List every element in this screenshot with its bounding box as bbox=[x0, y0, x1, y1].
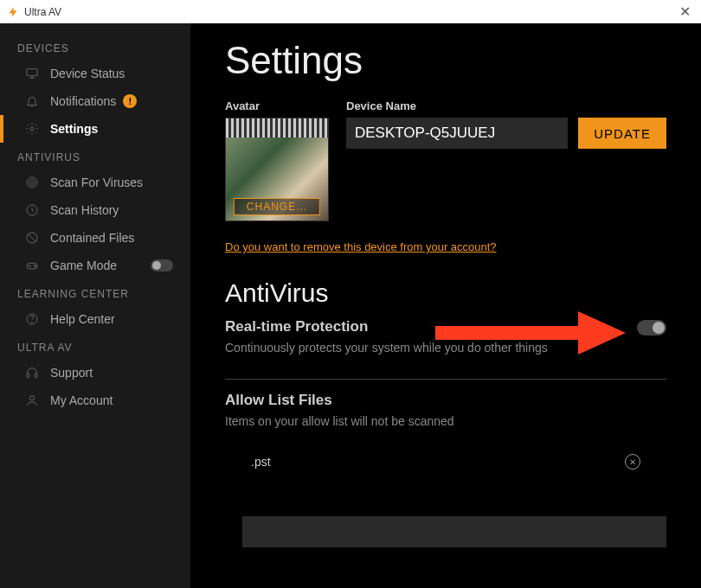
user-icon bbox=[24, 393, 40, 408]
allowlist-block: Allow List Files Items on your allow lis… bbox=[225, 392, 666, 547]
sidebar-item-label: Notifications bbox=[50, 94, 116, 108]
sidebar-item-label: Scan For Viruses bbox=[50, 176, 143, 189]
window-title: Ultra AV bbox=[24, 6, 676, 18]
allowlist-desc: Items on your allow list will not be sca… bbox=[225, 414, 666, 428]
sidebar-item-label: My Account bbox=[50, 393, 113, 407]
device-name-input[interactable] bbox=[346, 118, 568, 149]
sidebar-item-label: Settings bbox=[50, 122, 98, 136]
block-icon bbox=[24, 230, 40, 246]
sidebar-section-label: LEARNING CENTER bbox=[0, 279, 190, 305]
allowlist-add-input[interactable] bbox=[242, 516, 666, 547]
realtime-toggle[interactable] bbox=[637, 320, 666, 336]
sidebar-item-label: Help Center bbox=[50, 312, 115, 326]
history-icon bbox=[24, 202, 40, 218]
sidebar-item-game-mode[interactable]: Game Mode bbox=[0, 252, 190, 279]
sidebar-section-label: ULTRA AV bbox=[0, 333, 190, 359]
device-name-column: Device Name UPDATE bbox=[346, 99, 666, 221]
game-mode-toggle[interactable] bbox=[151, 259, 173, 272]
sidebar-item-help-center[interactable]: Help Center bbox=[0, 305, 190, 333]
allowlist-item-text: .pst bbox=[251, 455, 271, 469]
monitor-icon bbox=[24, 66, 40, 81]
svg-point-7 bbox=[34, 265, 35, 265]
svg-point-3 bbox=[29, 180, 35, 186]
avatar-column: Avatar CHANGE... bbox=[225, 99, 329, 221]
svg-point-4 bbox=[31, 182, 32, 182]
svg-point-2 bbox=[27, 177, 37, 188]
sidebar-item-device-status[interactable]: Device Status bbox=[0, 60, 190, 87]
svg-point-1 bbox=[30, 127, 34, 131]
alert-badge-icon: ! bbox=[123, 94, 137, 108]
sidebar-item-scan-for-viruses[interactable]: Scan For Viruses bbox=[0, 169, 190, 196]
avatar-label: Avatar bbox=[225, 99, 329, 112]
avatar-image: CHANGE... bbox=[225, 118, 329, 221]
svg-rect-11 bbox=[27, 374, 29, 377]
gamepad-icon bbox=[24, 258, 40, 273]
update-button[interactable]: UPDATE bbox=[578, 118, 666, 149]
svg-point-13 bbox=[29, 396, 34, 400]
sidebar-item-notifications[interactable]: Notifications! bbox=[0, 87, 190, 115]
help-icon bbox=[24, 311, 40, 327]
main-content: Settings Avatar CHANGE... Device Name UP… bbox=[190, 23, 701, 588]
gear-icon bbox=[24, 121, 40, 137]
sidebar-item-label: Scan History bbox=[50, 203, 119, 217]
svg-point-8 bbox=[35, 266, 35, 267]
remove-allowlist-item-button[interactable]: ✕ bbox=[625, 454, 640, 470]
bell-icon bbox=[24, 93, 40, 109]
realtime-desc: Continuously protects your system while … bbox=[225, 341, 666, 355]
remove-device-link[interactable]: Do you want to remove this device from y… bbox=[225, 240, 497, 253]
sidebar-item-label: Game Mode bbox=[50, 259, 117, 272]
svg-rect-12 bbox=[35, 374, 37, 377]
close-button[interactable]: ✕ bbox=[676, 3, 694, 20]
sidebar-item-support[interactable]: Support bbox=[0, 359, 190, 387]
sidebar-item-label: Device Status bbox=[50, 67, 125, 80]
page-title: Settings bbox=[225, 39, 666, 82]
sidebar-item-my-account[interactable]: My Account bbox=[0, 387, 190, 414]
realtime-title: Real-time Protection bbox=[225, 318, 666, 336]
app-logo-icon bbox=[7, 6, 19, 18]
allowlist-item: .pst✕ bbox=[225, 442, 666, 482]
antivirus-heading: AntiVirus bbox=[225, 278, 666, 308]
change-avatar-button[interactable]: CHANGE... bbox=[234, 198, 320, 215]
svg-rect-0 bbox=[27, 69, 37, 76]
titlebar: Ultra AV ✕ bbox=[0, 0, 701, 23]
device-name-label: Device Name bbox=[346, 99, 666, 112]
sidebar-item-label: Contained Files bbox=[50, 231, 134, 245]
headset-icon bbox=[24, 365, 40, 380]
sidebar-section-label: ANTIVIRUS bbox=[0, 143, 190, 169]
sidebar-item-scan-history[interactable]: Scan History bbox=[0, 196, 190, 224]
sidebar-item-label: Support bbox=[50, 366, 93, 380]
sidebar: DEVICESDevice StatusNotifications!Settin… bbox=[0, 23, 190, 588]
svg-point-10 bbox=[32, 322, 33, 323]
realtime-protection-block: Real-time Protection Continuously protec… bbox=[225, 318, 666, 380]
target-icon bbox=[24, 175, 40, 190]
sidebar-item-contained-files[interactable]: Contained Files bbox=[0, 224, 190, 252]
sidebar-section-label: DEVICES bbox=[0, 34, 190, 60]
allowlist-title: Allow List Files bbox=[225, 392, 666, 409]
sidebar-item-settings[interactable]: Settings bbox=[0, 115, 190, 143]
